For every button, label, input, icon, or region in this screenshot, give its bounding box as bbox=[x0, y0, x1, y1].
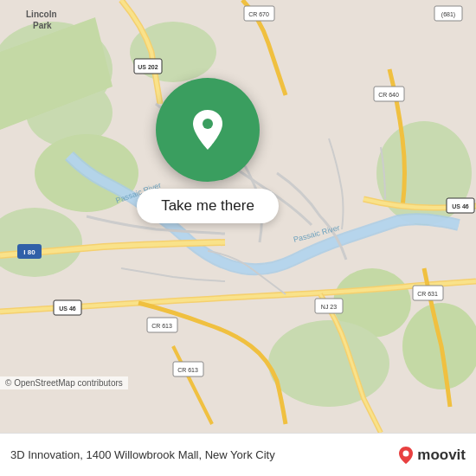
svg-text:CR 670: CR 670 bbox=[248, 11, 269, 17]
svg-text:US 202: US 202 bbox=[138, 64, 158, 70]
address-text: 3D Innovation, 1400 Willowbrook Mall, Ne… bbox=[10, 448, 398, 461]
svg-text:Park: Park bbox=[33, 21, 52, 30]
bottom-bar: 3D Innovation, 1400 Willowbrook Mall, Ne… bbox=[0, 433, 476, 476]
take-me-there-overlay: Take me there bbox=[121, 78, 294, 223]
svg-text:CR 613: CR 613 bbox=[151, 323, 172, 329]
take-me-there-button[interactable]: Take me there bbox=[137, 189, 279, 223]
svg-point-38 bbox=[403, 450, 409, 456]
moovit-pin-icon bbox=[398, 446, 414, 465]
svg-text:Lincoln: Lincoln bbox=[26, 10, 57, 19]
location-pin-icon bbox=[190, 108, 225, 151]
svg-text:US 46: US 46 bbox=[452, 203, 469, 209]
moovit-label: moovit bbox=[417, 447, 466, 464]
moovit-logo: moovit bbox=[398, 446, 466, 465]
svg-text:US 46: US 46 bbox=[59, 306, 76, 312]
svg-text:NJ 23: NJ 23 bbox=[321, 304, 337, 310]
svg-text:CR 613: CR 613 bbox=[177, 367, 198, 373]
svg-text:CR 640: CR 640 bbox=[378, 92, 399, 98]
svg-text:CR 631: CR 631 bbox=[417, 291, 438, 297]
green-circle bbox=[156, 78, 260, 182]
map-container: Passaic River bbox=[0, 0, 476, 433]
svg-point-9 bbox=[268, 320, 389, 407]
osm-credit: © OpenStreetMap contributors bbox=[0, 376, 128, 389]
svg-point-37 bbox=[203, 119, 213, 129]
svg-text:I 80: I 80 bbox=[23, 248, 35, 256]
svg-text:(681): (681) bbox=[441, 11, 455, 18]
